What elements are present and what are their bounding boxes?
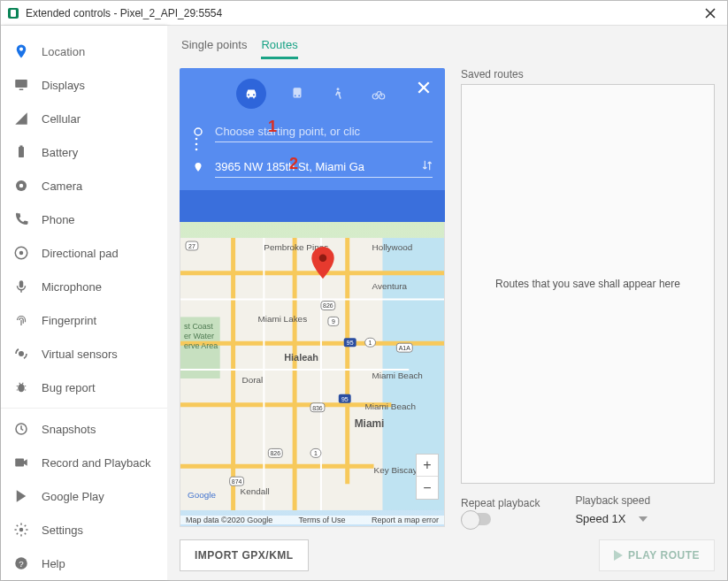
svg-rect-14	[15, 459, 24, 467]
route-panel: 1 2	[180, 68, 445, 190]
map-column: 1 2	[180, 68, 445, 571]
svg-text:A1A: A1A	[399, 345, 410, 351]
route-panel-footer	[180, 190, 445, 222]
sidebar-item-label: Displays	[42, 79, 85, 92]
displays-icon	[13, 77, 29, 93]
start-input-row: 1	[192, 121, 433, 142]
mode-car-icon[interactable]	[236, 79, 266, 109]
svg-point-25	[195, 138, 198, 141]
body: Location Displays Cellular Battery Camer…	[1, 26, 727, 580]
sidebar: Location Displays Cellular Battery Camer…	[1, 26, 167, 580]
svg-point-12	[18, 384, 25, 392]
speed-select[interactable]: Speed 1X	[575, 510, 715, 527]
svg-text:er Water: er Water	[184, 332, 214, 340]
annotation-2: 2	[289, 155, 298, 173]
svg-rect-3	[19, 89, 24, 91]
camera-icon	[13, 178, 29, 194]
sidebar-item-bugreport[interactable]: Bug report	[1, 371, 167, 404]
svg-rect-18	[294, 88, 302, 97]
map-marker-icon	[311, 247, 334, 279]
play-route-button[interactable]: PLAY ROUTE	[599, 539, 715, 571]
annotation-1: 1	[268, 118, 277, 136]
map[interactable]: Pembroke Pines Hollywood Aventura Miami …	[180, 222, 445, 527]
tabs: Single points Routes	[180, 34, 715, 68]
svg-text:826: 826	[323, 303, 333, 310]
sidebar-item-camera[interactable]: Camera	[1, 169, 167, 203]
saved-routes-empty-text: Routes that you save shall appear here	[495, 278, 680, 290]
svg-point-20	[298, 95, 300, 96]
repeat-toggle[interactable]	[461, 513, 491, 525]
sidebar-item-phone[interactable]: Phone	[1, 203, 167, 236]
dest-input[interactable]	[215, 157, 433, 178]
sidebar-item-battery[interactable]: Battery	[1, 135, 167, 169]
tab-routes[interactable]: Routes	[261, 38, 297, 59]
tab-single-points[interactable]: Single points	[181, 38, 247, 59]
svg-text:27: 27	[188, 243, 195, 249]
sidebar-separator	[1, 408, 167, 409]
map-footer: Map data ©2020 Google Terms of Use Repor…	[180, 516, 444, 524]
sidebar-item-label: Location	[42, 45, 85, 58]
sidebar-item-googleplay[interactable]: Google Play	[1, 479, 167, 513]
panels: 1 2	[180, 68, 715, 571]
sidebar-item-displays[interactable]: Displays	[1, 68, 167, 102]
sidebar-item-settings[interactable]: Settings	[1, 513, 167, 547]
svg-point-27	[195, 149, 198, 151]
mode-transit-icon[interactable]	[287, 84, 307, 103]
sidebar-item-location[interactable]: Location	[1, 34, 167, 68]
mic-icon	[13, 279, 29, 294]
sidebar-item-cellular[interactable]: Cellular	[1, 102, 167, 135]
battery-icon	[13, 144, 29, 160]
svg-text:st Coast: st Coast	[184, 322, 213, 331]
sidebar-item-label: Battery	[42, 146, 78, 159]
sidebar-item-dpad[interactable]: Directional pad	[1, 236, 167, 270]
svg-rect-1	[11, 10, 16, 17]
svg-text:9: 9	[332, 318, 335, 325]
sidebar-item-label: Snapshots	[42, 423, 96, 436]
sidebar-item-label: Camera	[42, 180, 82, 193]
svg-text:Hollywood: Hollywood	[372, 242, 413, 252]
window-title: Extended controls - Pixel_2_API_29:5554	[26, 7, 699, 19]
sidebar-item-record[interactable]: Record and Playback	[1, 446, 167, 479]
sidebar-item-label: Phone	[42, 213, 75, 226]
svg-rect-4	[19, 147, 24, 157]
chevron-down-icon	[639, 516, 648, 522]
svg-text:Miami Lakes: Miami Lakes	[257, 314, 307, 324]
svg-text:erve Area: erve Area	[184, 341, 218, 350]
fingerprint-icon	[13, 312, 29, 328]
titlebar: Extended controls - Pixel_2_API_29:5554	[1, 1, 727, 26]
playback-controls: Repeat playback Playback speed Speed 1X	[461, 494, 715, 527]
bug-icon	[13, 379, 29, 395]
map-terms-link[interactable]: Terms of Use	[299, 516, 346, 524]
zoom-out-button[interactable]: −	[417, 477, 438, 499]
window: Extended controls - Pixel_2_API_29:5554 …	[0, 0, 728, 581]
zoom-in-button[interactable]: +	[417, 455, 438, 477]
help-icon: ?	[13, 555, 29, 571]
sidebar-item-help[interactable]: ? Help	[1, 547, 167, 580]
swap-icon[interactable]	[420, 158, 434, 172]
import-gpx-button[interactable]: IMPORT GPX/KML	[180, 539, 309, 571]
route-close-icon[interactable]	[417, 80, 431, 95]
sidebar-item-sensors[interactable]: Virtual sensors	[1, 337, 167, 371]
svg-rect-5	[20, 146, 23, 148]
svg-point-15	[19, 528, 24, 532]
start-input[interactable]	[215, 121, 433, 142]
svg-point-19	[295, 95, 296, 96]
svg-text:Kendall: Kendall	[241, 486, 270, 496]
settings-icon	[13, 522, 29, 538]
saved-routes-box: Routes that you save shall appear here	[461, 84, 715, 484]
sidebar-item-fingerprint[interactable]: Fingerprint	[1, 303, 167, 337]
mode-walk-icon[interactable]	[328, 84, 348, 103]
sidebar-item-label: Record and Playback	[42, 456, 151, 470]
map-report-link[interactable]: Report a map error	[372, 516, 439, 524]
map-zoom-controls: + −	[416, 454, 439, 500]
sidebar-item-label: Google Play	[42, 490, 104, 503]
mode-bike-icon[interactable]	[369, 84, 388, 103]
play-icon	[13, 488, 29, 504]
sidebar-item-snapshots[interactable]: Snapshots	[1, 412, 167, 446]
repeat-group: Repeat playback	[461, 497, 540, 525]
window-close[interactable]	[699, 7, 722, 19]
speed-value: Speed 1X	[575, 512, 625, 525]
sidebar-item-mic[interactable]: Microphone	[1, 270, 167, 303]
svg-text:Google: Google	[188, 490, 216, 500]
app-icon	[6, 6, 20, 20]
